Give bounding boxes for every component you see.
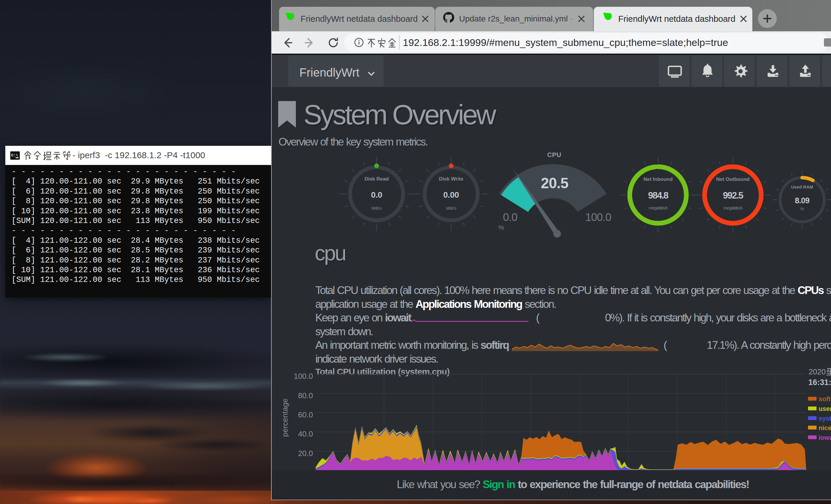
svg-text:C:\: C:\ [11, 153, 18, 157]
